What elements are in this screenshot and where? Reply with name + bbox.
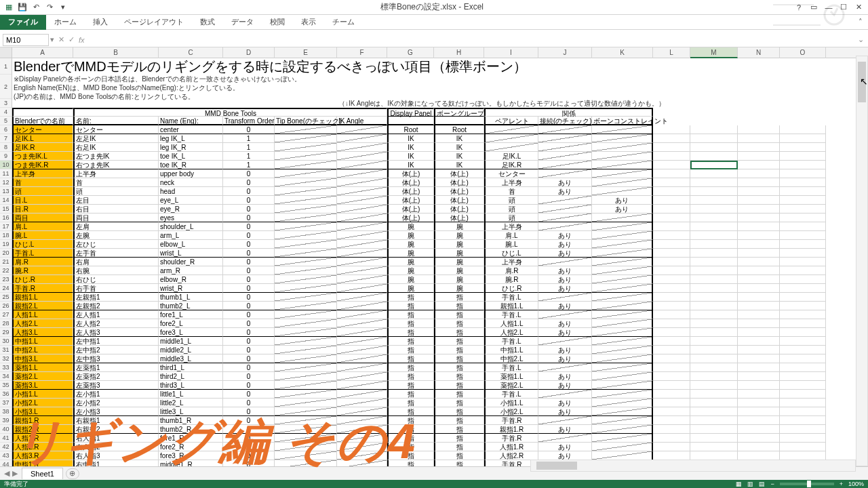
cell[interactable]: 薬指2.L: [12, 372, 73, 381]
col-header-O[interactable]: O: [780, 47, 826, 58]
cell[interactable]: [690, 231, 738, 240]
cell[interactable]: 0: [223, 196, 275, 205]
cell[interactable]: [538, 143, 592, 152]
cell[interactable]: あり: [538, 178, 592, 187]
cell[interactable]: elbow_L: [159, 240, 223, 249]
cell[interactable]: [653, 284, 690, 293]
cell[interactable]: 体(上): [387, 205, 434, 214]
cell[interactable]: 体(上): [434, 187, 484, 196]
cell[interactable]: middle1_L: [159, 337, 223, 346]
cell[interactable]: [738, 310, 780, 319]
cell[interactable]: 指: [387, 390, 434, 399]
cell[interactable]: 0: [223, 169, 275, 178]
cell[interactable]: shoulder_L: [159, 222, 223, 231]
cell[interactable]: [337, 319, 387, 328]
tab-next-icon[interactable]: ▶: [12, 469, 18, 478]
cell[interactable]: センター: [73, 125, 159, 134]
cell[interactable]: 0: [223, 214, 275, 222]
cell[interactable]: 0: [223, 310, 275, 319]
cell[interactable]: [738, 416, 780, 425]
cell[interactable]: 腕.R: [484, 275, 538, 284]
cell[interactable]: 左薬指2: [73, 372, 159, 381]
cell[interactable]: 右肩: [73, 258, 159, 266]
cell[interactable]: [592, 425, 653, 434]
cell[interactable]: 0: [223, 328, 275, 337]
row-header[interactable]: 32: [0, 354, 12, 363]
cell[interactable]: 指: [434, 425, 484, 434]
cell[interactable]: [690, 399, 738, 407]
cell[interactable]: [690, 363, 738, 372]
expand-fx-icon[interactable]: ⌄: [854, 35, 868, 44]
row-header[interactable]: 19: [0, 240, 12, 249]
cell[interactable]: [592, 231, 653, 240]
cell[interactable]: 手首.L: [484, 293, 538, 302]
cell[interactable]: [538, 161, 592, 169]
cell[interactable]: [653, 275, 690, 284]
vertical-scrollbar[interactable]: [856, 56, 868, 466]
cell[interactable]: 0: [223, 416, 275, 425]
cell[interactable]: [275, 196, 337, 205]
cell[interactable]: toe IK_R: [159, 161, 223, 169]
cell[interactable]: [337, 399, 387, 407]
cell[interactable]: [780, 416, 826, 425]
cell[interactable]: [738, 284, 780, 293]
cell[interactable]: [690, 284, 738, 293]
cell[interactable]: 親指1.R: [484, 425, 538, 434]
cell[interactable]: 0: [223, 319, 275, 328]
cell[interactable]: [653, 390, 690, 399]
cell[interactable]: [275, 302, 337, 310]
cell[interactable]: [275, 258, 337, 266]
cell[interactable]: 指: [434, 443, 484, 451]
cell[interactable]: [653, 108, 690, 117]
cell[interactable]: [780, 310, 826, 319]
cell[interactable]: [780, 346, 826, 354]
cell[interactable]: leg IK_L: [159, 134, 223, 143]
cell[interactable]: [275, 390, 337, 399]
cell[interactable]: [484, 125, 538, 134]
cell[interactable]: [275, 434, 337, 443]
cell[interactable]: [538, 363, 592, 372]
cell[interactable]: 人指1.R: [484, 443, 538, 451]
cell[interactable]: [337, 434, 387, 443]
cell[interactable]: [538, 310, 592, 319]
cell[interactable]: 指: [434, 302, 484, 310]
cell[interactable]: [592, 363, 653, 372]
cell[interactable]: [690, 372, 738, 381]
cell[interactable]: [653, 143, 690, 152]
cell[interactable]: [275, 399, 337, 407]
cell[interactable]: [653, 99, 690, 108]
cell[interactable]: [738, 363, 780, 372]
row-header[interactable]: 43: [0, 451, 12, 460]
cell[interactable]: 左薬指3: [73, 381, 159, 390]
cell[interactable]: 腕: [387, 266, 434, 275]
cell[interactable]: [653, 152, 690, 161]
cell[interactable]: 右手首: [73, 284, 159, 293]
cell[interactable]: 両目: [12, 214, 73, 222]
cell[interactable]: [738, 399, 780, 407]
row-header[interactable]: 18: [0, 231, 12, 240]
cell[interactable]: thumb1_R: [159, 416, 223, 425]
cell[interactable]: 右つま先IK: [73, 161, 159, 169]
cell[interactable]: 左人指2: [73, 319, 159, 328]
cell[interactable]: 1: [223, 134, 275, 143]
col-header-H[interactable]: H: [434, 47, 484, 58]
cell[interactable]: [275, 416, 337, 425]
cell[interactable]: [538, 196, 592, 205]
cell[interactable]: eye_R: [159, 205, 223, 214]
cell[interactable]: 0: [223, 372, 275, 381]
cell[interactable]: あり: [538, 249, 592, 258]
cell[interactable]: [780, 125, 826, 134]
cell[interactable]: [653, 381, 690, 390]
cell[interactable]: 右親指2: [73, 425, 159, 434]
cell[interactable]: [738, 240, 780, 249]
cell[interactable]: [738, 231, 780, 240]
cell[interactable]: [275, 178, 337, 187]
cell[interactable]: 指: [387, 451, 434, 460]
cell[interactable]: あり: [538, 240, 592, 249]
cell[interactable]: [337, 143, 387, 152]
cell[interactable]: 腕: [434, 275, 484, 284]
cell[interactable]: [780, 205, 826, 214]
cell[interactable]: [780, 249, 826, 258]
cell[interactable]: 右人指1: [73, 434, 159, 443]
cell[interactable]: IK: [434, 152, 484, 161]
